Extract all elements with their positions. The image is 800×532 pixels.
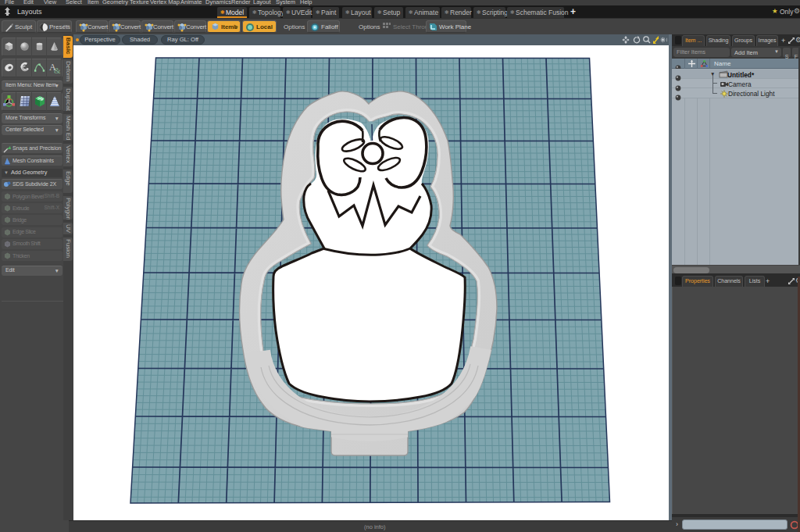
svg-text:&: & (54, 66, 61, 74)
